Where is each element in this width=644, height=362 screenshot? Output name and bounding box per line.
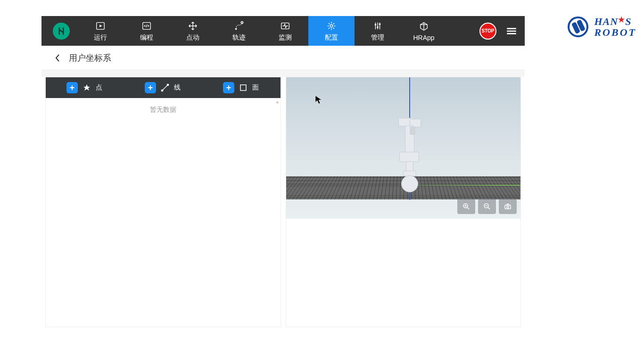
- reset-view-button[interactable]: [499, 199, 517, 214]
- add-point-button[interactable]: + 点: [46, 82, 124, 93]
- top-nav: 运行 编程 点动 轨迹 监测: [41, 16, 525, 46]
- svg-point-16: [507, 206, 509, 208]
- app-window: 运行 编程 点动 轨迹 监测: [41, 16, 525, 327]
- robot-model: [404, 77, 432, 200]
- scroll-up-icon: ▴: [276, 99, 279, 104]
- zoom-out-icon: [483, 202, 491, 211]
- stop-label: STOP: [481, 28, 494, 33]
- zoom-in-icon: [462, 202, 471, 211]
- left-panel: + 点 + 线 +: [45, 77, 281, 327]
- hamburger-menu-button[interactable]: [502, 22, 521, 41]
- empty-state-text: 暂无数据: [46, 98, 281, 122]
- plus-icon: +: [66, 82, 78, 93]
- nav-label: HRApp: [413, 34, 434, 41]
- nav-jog[interactable]: 点动: [170, 16, 216, 46]
- svg-rect-12: [240, 85, 246, 90]
- app-logo-icon[interactable]: [53, 23, 70, 40]
- nav-manage[interactable]: 管理: [355, 16, 401, 46]
- play-icon: [95, 20, 106, 32]
- svg-point-8: [377, 26, 379, 28]
- nav-monitor[interactable]: 监测: [262, 16, 308, 46]
- add-point-label: 点: [96, 83, 102, 92]
- brand-line1b: S: [625, 16, 631, 27]
- manage-icon: [372, 20, 383, 32]
- svg-point-7: [375, 24, 377, 25]
- brand-line1a: HAN: [594, 16, 618, 27]
- robot-3d-viewport[interactable]: [286, 77, 520, 219]
- viewport-tools: [457, 199, 517, 214]
- code-icon: [141, 20, 152, 32]
- nav-config[interactable]: 配置: [308, 16, 355, 46]
- add-toolbar: + 点 + 线 +: [46, 77, 281, 98]
- coordinate-list[interactable]: ▴ 暂无数据: [46, 98, 281, 327]
- nav-label: 点动: [186, 33, 199, 42]
- point-shape-icon: [83, 83, 91, 92]
- add-line-button[interactable]: + 线: [124, 82, 202, 93]
- monitor-icon: [280, 20, 290, 32]
- nav-label: 运行: [94, 33, 107, 42]
- content-area: + 点 + 线 +: [41, 77, 525, 327]
- separator: [41, 70, 525, 77]
- brand-watermark: HAN★S ROBOT: [568, 16, 636, 38]
- brand-logo-icon: [568, 16, 588, 37]
- stop-button[interactable]: STOP: [479, 23, 496, 40]
- svg-point-4: [242, 22, 243, 23]
- zoom-in-button[interactable]: [457, 199, 475, 214]
- right-panel: [286, 77, 521, 327]
- path-icon: [234, 20, 244, 32]
- add-line-label: 线: [174, 83, 181, 92]
- svg-point-6: [330, 25, 333, 27]
- nav-label: 配置: [325, 33, 338, 42]
- back-button[interactable]: [51, 51, 64, 65]
- page-subheader: 用户坐标系: [41, 46, 525, 70]
- app-icon: [419, 21, 429, 32]
- brand-line2: ROBOT: [594, 27, 636, 38]
- hamburger-icon: [505, 25, 518, 37]
- plane-shape-icon: [239, 83, 248, 92]
- nav-run[interactable]: 运行: [77, 16, 124, 46]
- star-icon: ★: [618, 16, 625, 24]
- nav-label: 轨迹: [232, 33, 246, 42]
- zoom-out-button[interactable]: [478, 199, 496, 214]
- line-shape-icon: [161, 83, 169, 92]
- svg-point-9: [379, 23, 381, 25]
- add-plane-label: 面: [252, 83, 259, 92]
- cursor-icon: [315, 95, 322, 107]
- config-icon: [326, 20, 337, 32]
- nav-label: 监测: [279, 33, 292, 42]
- plus-icon: +: [145, 82, 156, 93]
- nav-hrapp[interactable]: HRApp: [401, 16, 447, 46]
- svg-point-2: [235, 28, 237, 30]
- chevron-left-icon: [55, 54, 60, 62]
- plus-icon: +: [223, 82, 234, 93]
- add-plane-button[interactable]: + 面: [202, 82, 281, 93]
- page-title: 用户坐标系: [69, 52, 111, 64]
- nav-trajectory[interactable]: 轨迹: [216, 16, 262, 46]
- nav-label: 管理: [371, 33, 384, 42]
- move-icon: [188, 20, 198, 32]
- right-blank-area: [286, 219, 520, 327]
- nav-program[interactable]: 编程: [124, 16, 170, 46]
- nav-label: 编程: [140, 33, 153, 42]
- camera-icon: [504, 202, 512, 211]
